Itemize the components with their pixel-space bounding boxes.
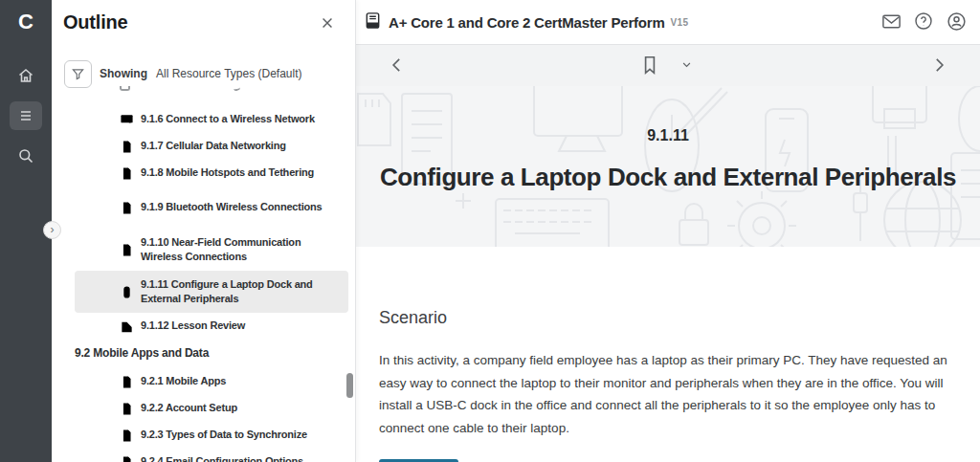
help-button[interactable] <box>913 11 934 33</box>
scenario-text: In this activity, a company field employ… <box>379 349 963 439</box>
outline-item-label: 9.1.6 Connect to a Wireless Network <box>141 112 332 127</box>
chevron-down-icon <box>679 57 694 72</box>
document-icon <box>120 166 134 181</box>
outline-item[interactable]: 9.1.6 Connect to a Wireless Network <box>52 106 356 133</box>
account-icon <box>947 11 967 32</box>
outline-section-label: 9.2 Mobile Apps and Data <box>75 346 333 362</box>
outline-item-label: 9.1.10 Near-Field Communication Wireless… <box>141 235 332 265</box>
clipped-outline-item <box>52 82 356 106</box>
course-title: A+ Core 1 and Core 2 CertMaster Perform <box>389 14 665 31</box>
document-icon <box>120 201 134 215</box>
outline-scrollbar-thumb[interactable] <box>346 373 353 398</box>
active-nav-highlight <box>10 101 42 130</box>
document-icon <box>120 243 134 257</box>
mouse-icon <box>120 285 134 299</box>
outline-item[interactable]: 9.2.2 Account Setup <box>52 395 356 422</box>
outline-menu-icon <box>16 106 35 125</box>
outline-item[interactable]: 9.1.9 Bluetooth Wireless Connections <box>52 187 356 229</box>
course-version-badge: V15 <box>671 17 689 28</box>
mail-icon <box>881 11 902 32</box>
course-header: A+ Core 1 and Core 2 CertMaster Perform … <box>356 0 980 45</box>
main-content: A+ Core 1 and Core 2 CertMaster Perform … <box>356 0 980 462</box>
outline-section-header[interactable]: 9.2 Mobile Apps and Data <box>52 340 356 368</box>
outline-item-label: 9.2.2 Account Setup <box>141 401 332 416</box>
outline-item-label: 9.2.3 Types of Data to Synchronize <box>141 428 332 443</box>
lesson-title: Configure a Laptop Dock and External Per… <box>356 163 980 192</box>
lab-icon <box>120 113 134 127</box>
home-button[interactable] <box>0 59 52 92</box>
outline-item-label: 9.2.4 Email Configuration Options <box>141 454 332 462</box>
close-icon <box>320 15 335 31</box>
outline-item-label: 9.2.1 Mobile Apps <box>141 374 332 389</box>
outline-item[interactable]: 9.1.8 Mobile Hotspots and Tethering <box>52 160 356 187</box>
scenario-section: Scenario In this activity, a company fie… <box>356 247 980 462</box>
outline-collapse-button[interactable]: › <box>43 221 61 239</box>
home-icon <box>16 66 35 85</box>
document-icon <box>120 375 134 389</box>
lesson-number: 9.1.11 <box>356 127 980 144</box>
outline-item-label: 9.1.12 Lesson Review <box>141 319 332 334</box>
search-icon <box>16 146 35 165</box>
app-window: C › Outline Showing All Resource Types (… <box>0 0 980 462</box>
bookmark-button[interactable] <box>637 54 662 78</box>
outline-item[interactable]: 9.2.1 Mobile Apps <box>52 368 356 395</box>
scenario-heading: Scenario <box>379 308 980 328</box>
outline-item[interactable]: 9.1.12 Lesson Review <box>52 313 356 340</box>
course-book-icon <box>364 11 382 33</box>
filter-showing-label: Showing <box>100 67 147 80</box>
outline-item-selected[interactable]: 9.1.11 Configure a Laptop Dock and Exter… <box>75 271 348 313</box>
help-icon <box>914 11 933 31</box>
edit-icon <box>120 319 134 334</box>
chevron-right-icon <box>928 55 949 76</box>
header-actions <box>880 11 967 33</box>
outline-close-button[interactable] <box>319 15 336 33</box>
filter-value[interactable]: All Resource Types (Default) <box>156 67 302 80</box>
account-button[interactable] <box>946 11 967 33</box>
bookmark-controls <box>356 54 980 78</box>
outline-item-label: 9.1.7 Cellular Data Networking <box>141 139 332 154</box>
outline-item[interactable]: 9.2.4 Email Configuration Options <box>52 449 356 462</box>
outline-item[interactable]: 9.1.10 Near-Field Communication Wireless… <box>52 229 356 271</box>
document-icon <box>120 429 134 443</box>
mail-button[interactable] <box>880 11 902 33</box>
outline-item-label: 9.1.8 Mobile Hotspots and Tethering <box>141 165 332 181</box>
document-icon <box>120 140 134 154</box>
outline-panel: Outline Showing All Resource Types (Defa… <box>52 0 356 462</box>
outline-list: 9.1.6 Connect to a Wireless Network 9.1.… <box>52 82 356 462</box>
document-icon <box>120 455 134 462</box>
search-button[interactable] <box>0 140 52 172</box>
document-icon <box>120 402 134 416</box>
outline-panel-title: Outline <box>63 11 128 33</box>
lesson-toolbar <box>356 45 980 86</box>
outline-menu-button[interactable] <box>0 99 52 132</box>
lesson-banner: 9.1.11 Configure a Laptop Dock and Exter… <box>356 86 980 247</box>
outline-item-label: 9.1.11 Configure a Laptop Dock and Exter… <box>141 277 332 307</box>
outline-item-label: 9.1.9 Bluetooth Wireless Connections <box>141 200 332 215</box>
bookmark-dropdown-button[interactable] <box>674 54 699 78</box>
comptia-logo: C <box>0 0 52 44</box>
next-page-button[interactable] <box>926 54 951 78</box>
filter-funnel-icon <box>70 66 86 82</box>
outline-item[interactable]: 9.2.3 Types of Data to Synchronize <box>52 422 356 449</box>
outline-item[interactable]: 9.1.7 Cellular Data Networking <box>52 133 356 160</box>
bookmark-icon <box>639 55 660 76</box>
